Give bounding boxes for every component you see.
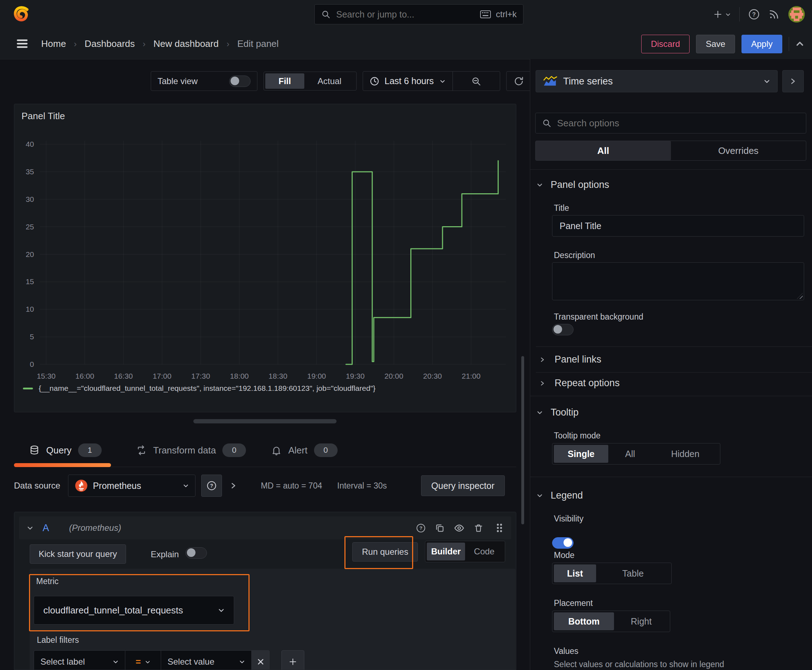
svg-text:?: ? <box>419 525 422 531</box>
run-queries-button[interactable]: Run queries <box>352 542 418 562</box>
panel-title-input[interactable] <box>552 215 804 237</box>
collapse-query-icon[interactable] <box>27 524 33 531</box>
repeat-options-header[interactable]: Repeat options <box>539 377 620 389</box>
legend-swatch[interactable] <box>23 387 33 389</box>
builder-option[interactable]: Builder <box>427 543 465 560</box>
operator-dropdown[interactable]: = <box>125 650 161 670</box>
legend-mode-list[interactable]: List <box>554 564 596 582</box>
remove-filter-button[interactable] <box>252 650 270 670</box>
options-tab-overrides[interactable]: Overrides <box>671 141 806 160</box>
breadcrumb-new-dashboard[interactable]: New dashboard <box>154 38 219 49</box>
search-input[interactable] <box>336 9 475 20</box>
tab-query-count: 1 <box>78 443 102 457</box>
save-button[interactable]: Save <box>696 35 735 53</box>
chevron-down-icon <box>764 78 770 85</box>
select-value-dropdown[interactable]: Select value <box>161 650 252 670</box>
global-search[interactable]: ctrl+k <box>314 4 524 24</box>
collapse-options-pane-button[interactable] <box>782 70 804 92</box>
select-label-dropdown[interactable]: Select label <box>34 650 125 670</box>
chevron-up-icon[interactable] <box>795 40 804 48</box>
breadcrumb-home[interactable]: Home <box>41 38 66 49</box>
time-range-picker[interactable]: Last 6 hours <box>363 71 500 91</box>
tooltip-mode-hidden[interactable]: Hidden <box>652 445 719 463</box>
tooltip-header[interactable]: Tooltip <box>537 407 578 418</box>
refresh-button[interactable] <box>506 71 531 91</box>
time-series-chart[interactable]: 051015202530354015:3016:0016:3017:0017:3… <box>14 104 516 387</box>
legend-series-label[interactable]: {__name__="cloudflared_tunnel_total_requ… <box>39 384 376 393</box>
tooltip-mode-all[interactable]: All <box>608 445 652 463</box>
legend-mode-table[interactable]: Table <box>596 564 670 582</box>
metric-select[interactable]: cloudflared_tunnel_total_requests <box>34 596 234 624</box>
expand-options-icon[interactable] <box>230 482 237 489</box>
grafana-logo[interactable] <box>13 6 30 23</box>
tab-alert[interactable]: Alert 0 <box>271 434 337 467</box>
chart-legend: {__name__="cloudflared_tunnel_total_requ… <box>23 384 376 393</box>
breadcrumb-dashboards[interactable]: Dashboards <box>85 38 135 49</box>
visualization-picker[interactable]: Time series <box>536 70 778 92</box>
scrollbar-thumb[interactable] <box>521 356 524 524</box>
x-axis-tick-label: 19:30 <box>346 372 365 380</box>
legend-placement-right[interactable]: Right <box>614 612 668 630</box>
panel-resize-handle[interactable] <box>193 419 337 423</box>
apply-button[interactable]: Apply <box>741 35 782 53</box>
new-button[interactable] <box>713 10 731 19</box>
tooltip-mode-single[interactable]: Single <box>554 445 608 463</box>
legend-header[interactable]: Legend <box>537 490 583 501</box>
time-range-label: Last 6 hours <box>385 76 434 86</box>
query-inspector-button[interactable]: Query inspector <box>421 475 505 496</box>
tab-transform-data[interactable]: Transform data 0 <box>136 434 246 467</box>
resize-handle-icon[interactable] <box>797 293 803 299</box>
viz-name: Time series <box>563 76 758 87</box>
plus-icon <box>713 10 722 19</box>
fill-option[interactable]: Fill <box>265 73 304 89</box>
datasource-help-button[interactable]: ? <box>201 475 222 497</box>
panel-links-header[interactable]: Panel links <box>539 354 602 365</box>
breadcrumb-bar: Home › Dashboards › New dashboard › Edit… <box>0 29 812 59</box>
explain-label: Explain <box>151 549 179 559</box>
description-textarea[interactable] <box>552 262 804 300</box>
options-search[interactable] <box>535 113 806 134</box>
kick-start-button[interactable]: Kick start your query <box>30 544 126 564</box>
query-help-icon[interactable]: ? <box>416 523 425 533</box>
query-row-header[interactable]: A (Prometheus) ? <box>19 516 511 540</box>
top-nav: ctrl+k ? <box>0 0 812 29</box>
time-series-viz-icon <box>543 75 558 87</box>
query-ref-id[interactable]: A <box>42 523 49 534</box>
table-view-toggle[interactable] <box>229 76 251 87</box>
legend-placement-label: Placement <box>554 599 593 608</box>
explain-toggle[interactable] <box>185 547 207 559</box>
zoom-out-icon[interactable] <box>453 71 500 91</box>
actual-option[interactable]: Actual <box>304 73 355 89</box>
transform-icon <box>136 445 147 456</box>
duplicate-query-icon[interactable] <box>435 523 445 533</box>
hide-query-icon[interactable] <box>454 523 464 533</box>
options-tab-all[interactable]: All <box>536 141 671 160</box>
news-icon[interactable] <box>768 8 780 20</box>
avatar[interactable] <box>788 6 805 22</box>
x-axis-tick-label: 20:00 <box>385 372 403 380</box>
transparent-background-toggle[interactable] <box>552 324 573 335</box>
menu-icon[interactable] <box>15 37 29 51</box>
y-axis-tick-label: 30 <box>26 195 34 203</box>
y-axis-tick-label: 15 <box>26 277 34 286</box>
legend-visibility-toggle[interactable] <box>552 537 573 549</box>
legend-placement-bottom[interactable]: Bottom <box>554 612 614 630</box>
datasource-select[interactable]: Prometheus <box>68 475 195 497</box>
tab-query[interactable]: Query 1 <box>14 434 111 467</box>
panel-options-header[interactable]: Panel options <box>537 179 609 190</box>
prometheus-icon <box>75 479 88 492</box>
options-search-input[interactable] <box>556 117 800 129</box>
help-icon[interactable]: ? <box>748 8 760 20</box>
discard-button[interactable]: Discard <box>641 35 690 53</box>
max-data-points: MD = auto = 704 <box>261 481 322 491</box>
add-filter-button[interactable] <box>281 650 304 670</box>
divider <box>530 169 812 170</box>
divider <box>530 477 812 477</box>
editor-tabs: Query 1 Transform data 0 Alert 0 <box>14 434 516 467</box>
code-option[interactable]: Code <box>465 543 503 560</box>
chevron-down-icon <box>537 492 543 499</box>
y-axis-tick-label: 0 <box>30 360 34 368</box>
drag-handle-icon[interactable] <box>495 523 503 533</box>
x-axis-tick-label: 19:00 <box>307 372 326 380</box>
delete-query-icon[interactable] <box>474 523 483 533</box>
